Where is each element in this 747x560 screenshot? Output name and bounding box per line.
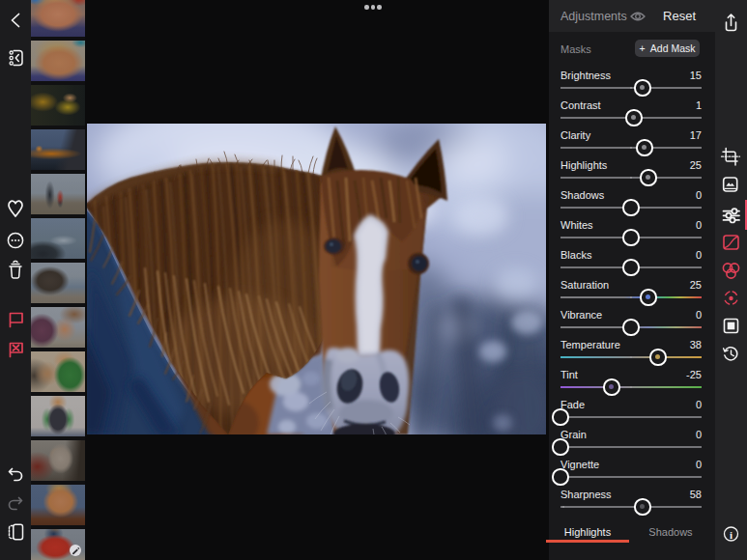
svg-text:i: i [730,529,733,541]
